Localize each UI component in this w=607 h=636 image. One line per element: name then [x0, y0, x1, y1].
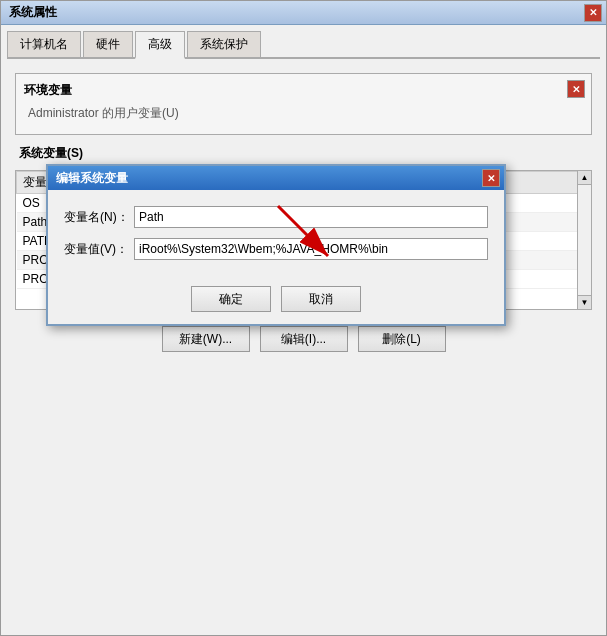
title-bar: 系统属性 ✕: [1, 1, 606, 25]
main-window: 系统属性 ✕ 计算机名 硬件 高级 系统保护 环境变量 ✕ Administra…: [0, 0, 607, 636]
var-value-input[interactable]: [134, 238, 488, 260]
var-value-row: 变量值(V)：: [64, 238, 488, 260]
user-var-label: Administrator 的用户变量(U): [24, 105, 583, 122]
scroll-up-button[interactable]: ▲: [578, 171, 592, 185]
cancel-button[interactable]: 取消: [281, 286, 361, 312]
var-name-input[interactable]: [134, 206, 488, 228]
tab-advanced[interactable]: 高级: [135, 31, 185, 59]
edit-dialog: 编辑系统变量 ✕ 变量名(N)： 变量值(V)：: [46, 164, 506, 326]
content-area: 环境变量 ✕ Administrator 的用户变量(U) 编辑系统变量 ✕ 变…: [1, 59, 606, 364]
var-value-label: 变量值(V)：: [64, 241, 134, 258]
edit-dialog-title-text: 编辑系统变量: [56, 170, 128, 187]
new-button[interactable]: 新建(W)...: [162, 326, 250, 352]
edit-dialog-buttons: 确定 取消: [48, 280, 504, 324]
edit-dialog-title-bar: 编辑系统变量 ✕: [48, 166, 504, 190]
env-panel: 环境变量 ✕ Administrator 的用户变量(U) 编辑系统变量 ✕ 变…: [15, 73, 592, 135]
main-close-button[interactable]: ✕: [584, 4, 602, 22]
delete-button[interactable]: 删除(L): [358, 326, 446, 352]
edit-dialog-body: 变量名(N)： 变量值(V)：: [48, 190, 504, 280]
confirm-button[interactable]: 确定: [191, 286, 271, 312]
sys-var-title: 系统变量(S): [15, 141, 592, 164]
tabs-container: 计算机名 硬件 高级 系统保护: [7, 31, 600, 59]
edit-dialog-close-button[interactable]: ✕: [482, 169, 500, 187]
scroll-down-button[interactable]: ▼: [578, 295, 592, 309]
tab-computer-name[interactable]: 计算机名: [7, 31, 81, 57]
var-name-row: 变量名(N)：: [64, 206, 488, 228]
tab-system-protection[interactable]: 系统保护: [187, 31, 261, 57]
env-panel-title: 环境变量: [24, 82, 583, 99]
var-name-label: 变量名(N)：: [64, 209, 134, 226]
tab-hardware[interactable]: 硬件: [83, 31, 133, 57]
scrollbar: ▲ ▼: [577, 171, 591, 309]
edit-button[interactable]: 编辑(I)...: [260, 326, 348, 352]
env-close-button[interactable]: ✕: [567, 80, 585, 98]
main-window-title: 系统属性: [9, 4, 57, 21]
